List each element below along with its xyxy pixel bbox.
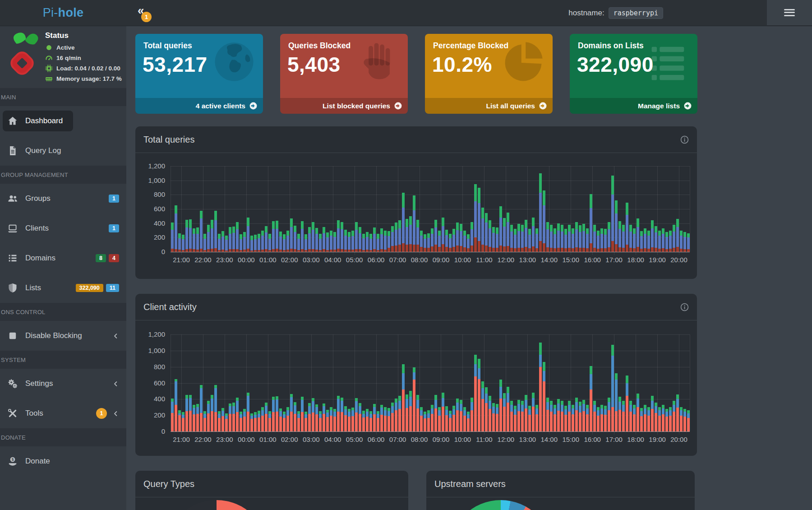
bar-segment-forwarded: [319, 239, 322, 250]
bar-segment-blocked: [680, 249, 683, 252]
stat-card-footer-link[interactable]: 4 active clients: [135, 98, 263, 114]
bar-segment-forwarded: [554, 234, 556, 248]
stacked-bar: [474, 184, 477, 252]
x-axis-label: 22:00: [194, 256, 212, 264]
sidebar-item-domains[interactable]: Domains84: [0, 243, 126, 273]
bar-segment-forwarded: [333, 237, 336, 250]
bar-segment-client-1: [333, 417, 336, 431]
stacked-bar: [665, 409, 668, 431]
bar-segment-client-2: [337, 399, 340, 412]
bar-segment-blocked: [388, 248, 390, 252]
stat-card-queries-blocked: Queries Blocked5,403List blocked queries: [280, 34, 408, 114]
bar-segment-client-3: [525, 395, 527, 400]
bar-segment-client-1: [568, 412, 571, 431]
sidebar-item-query-log[interactable]: Query Log: [0, 136, 126, 166]
bar-segment-cached: [525, 220, 527, 228]
bar-segment-blocked: [622, 248, 625, 252]
bar-segment-client-2: [586, 408, 589, 414]
stacked-bar: [532, 218, 535, 252]
stacked-bar: [297, 411, 300, 431]
bar-segment-client-1: [503, 407, 506, 431]
bar-segment-client-2: [568, 405, 571, 412]
bar-segment-blocked: [416, 245, 419, 252]
bar-segment-forwarded: [510, 232, 513, 248]
sidebar-item-donate[interactable]: $Donate: [0, 446, 126, 476]
stacked-bar: [481, 208, 484, 252]
stacked-bar: [600, 228, 603, 252]
bar-segment-forwarded: [517, 231, 520, 247]
bar-segment-client-2: [575, 402, 578, 410]
stacked-bar: [496, 404, 498, 431]
x-axis-label: 07:00: [389, 436, 406, 443]
bar-segment-forwarded: [369, 239, 372, 250]
bar-segment-forwarded: [481, 218, 484, 245]
stacked-bar: [510, 225, 513, 252]
count-badge: 8: [96, 254, 106, 263]
stat-card-title: Total queries: [135, 34, 263, 51]
stat-card-footer-link[interactable]: Manage lists: [570, 98, 697, 114]
sidebar-item-disable-blocking[interactable]: Disable Blocking: [0, 321, 126, 351]
bar-segment-forwarded: [539, 193, 542, 241]
bar-segment-client-2: [297, 414, 300, 417]
bar-segment-cached: [460, 224, 462, 231]
sidebar-item-groups[interactable]: Groups1: [0, 184, 126, 213]
stacked-bar: [185, 395, 188, 431]
plot-area: 21:0022:0023:0000:0001:0002:0003:0004:00…: [171, 334, 690, 445]
sidebar-collapse-button[interactable]: « 1: [137, 2, 152, 23]
stat-card-footer-link[interactable]: List blocked queries: [280, 98, 408, 114]
bar-segment-client-2: [243, 412, 246, 417]
stacked-bar: [445, 230, 448, 252]
stacked-bar: [384, 407, 387, 431]
bar-segment-forwarded: [348, 237, 351, 250]
sidebar-item-lists[interactable]: Lists322,09011: [0, 273, 126, 303]
bar-segment-cached: [308, 227, 311, 233]
bar-segment-blocked: [499, 246, 502, 252]
file-icon: [7, 145, 18, 156]
stacked-bar: [359, 403, 361, 431]
bar-segment-cached: [359, 227, 361, 233]
stacked-bar: [337, 396, 340, 431]
bar-segment-forwarded: [362, 238, 365, 250]
stacked-bar: [535, 228, 538, 252]
gridline-v: [690, 166, 690, 252]
x-axis-label: 01:00: [259, 256, 277, 264]
x-axis-label: 04:00: [324, 256, 341, 264]
bar-segment-client-3: [651, 396, 654, 401]
bar-segment-client-2: [528, 409, 531, 415]
sidebar-item-dashboard[interactable]: Dashboard: [0, 106, 126, 136]
bar-segment-forwarded: [658, 236, 661, 249]
bar-segment-client-1: [196, 414, 199, 431]
navbar-menu-button[interactable]: [767, 0, 812, 25]
pihole-logo-link[interactable]: Pi-hole: [0, 0, 126, 26]
stacked-bar: [214, 385, 217, 431]
sidebar-item-clients[interactable]: Clients1: [0, 213, 126, 243]
sidebar-item-tools[interactable]: Tools1: [0, 399, 126, 428]
gears-icon: [7, 378, 18, 389]
bar-segment-client-3: [413, 367, 415, 372]
bar-segment-client-2: [384, 410, 387, 416]
panel-client-activity: Client activity 1,2001,00080060040020002…: [135, 294, 697, 456]
info-icon[interactable]: [680, 303, 689, 311]
bar-segment-client-3: [232, 403, 235, 406]
bar-segment-blocked: [528, 248, 531, 252]
bar-segment-client-2: [304, 414, 307, 418]
bar-segment-client-3: [471, 398, 473, 402]
bar-segment-forwarded: [409, 225, 412, 244]
bar-segment-cached: [214, 211, 217, 220]
bar-segment-client-2: [561, 405, 563, 412]
stat-card-footer-link[interactable]: List all queries: [425, 98, 553, 114]
bar-segment-client-3: [633, 405, 636, 408]
bar-segment-forwarded: [637, 227, 639, 247]
info-icon[interactable]: [680, 135, 689, 144]
bar-segment-cached: [384, 231, 387, 236]
bar-segment-blocked: [597, 249, 600, 252]
stacked-bar: [258, 411, 260, 431]
stacked-bar: [561, 225, 563, 252]
stacked-bar: [673, 225, 675, 252]
bar-segment-client-3: [301, 397, 304, 400]
sidebar-item-settings[interactable]: Settings: [0, 369, 126, 399]
bar-segment-client-2: [211, 399, 213, 412]
stacked-bar: [618, 221, 621, 252]
gridline-v: [690, 334, 690, 431]
bar-segment-client-3: [618, 397, 621, 402]
